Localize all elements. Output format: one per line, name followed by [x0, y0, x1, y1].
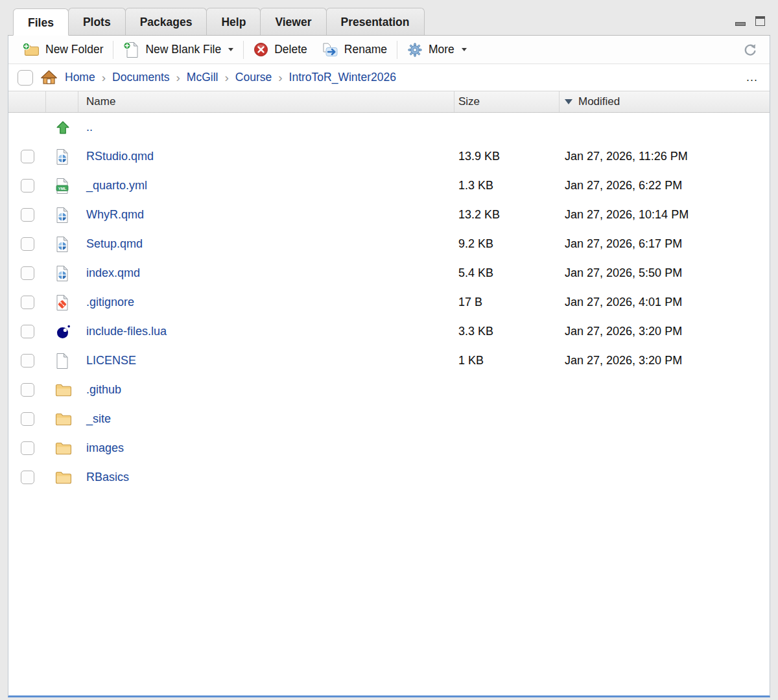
file-modified: Jan 27, 2026, 3:20 PM — [560, 325, 770, 338]
select-all-checkbox[interactable] — [18, 70, 33, 86]
rename-label: Rename — [344, 43, 387, 56]
more-button[interactable]: More — [400, 40, 474, 60]
row-checkbox[interactable] — [21, 441, 34, 455]
refresh-icon — [742, 42, 758, 58]
row-checkbox[interactable] — [21, 150, 34, 163]
new-folder-button[interactable]: New Folder — [15, 40, 110, 60]
file-link[interactable]: RStudio.qmd — [86, 150, 154, 163]
file-modified: Jan 27, 2026, 11:26 PM — [560, 150, 770, 163]
file-size: 13.2 KB — [454, 208, 560, 222]
tab-help[interactable]: Help — [206, 8, 261, 35]
breadcrumb-separator: › — [102, 71, 106, 84]
file-row[interactable]: .github — [8, 375, 770, 404]
file-row[interactable]: index.qmd5.4 KBJan 27, 2026, 5:50 PM — [8, 259, 770, 288]
gear-icon — [407, 42, 423, 58]
breadcrumb-link-introtor_winter2026[interactable]: IntroToR_Winter2026 — [289, 71, 396, 84]
file-link[interactable]: images — [86, 441, 124, 455]
file-modified: Jan 27, 2026, 3:20 PM — [560, 354, 770, 368]
header-name[interactable]: Name — [78, 91, 454, 112]
dropdown-caret-icon — [462, 48, 467, 51]
quarto-file-icon — [55, 148, 69, 165]
file-link[interactable]: WhyR.qmd — [86, 208, 144, 222]
file-row[interactable]: images — [8, 434, 770, 463]
row-checkbox[interactable] — [21, 354, 34, 368]
tab-bar: FilesPlotsPackagesHelpViewerPresentation — [13, 6, 424, 35]
file-row[interactable]: WhyR.qmd13.2 KBJan 27, 2026, 10:14 PM — [8, 200, 770, 229]
header-size-label: Size — [458, 95, 480, 108]
tab-packages[interactable]: Packages — [125, 8, 207, 35]
header-checkbox-column — [8, 91, 46, 112]
row-checkbox[interactable] — [21, 237, 34, 251]
breadcrumb-link-documents[interactable]: Documents — [112, 71, 170, 84]
row-checkbox[interactable] — [21, 325, 34, 338]
file-row[interactable]: .gitignore17 BJan 27, 2026, 4:01 PM — [8, 288, 770, 317]
file-link[interactable]: .github — [86, 383, 121, 397]
rename-button[interactable]: Rename — [314, 40, 394, 60]
parent-directory-link[interactable]: .. — [86, 121, 93, 134]
maximize-pane-icon[interactable] — [753, 14, 766, 26]
delete-label: Delete — [274, 43, 307, 56]
parent-directory-row[interactable]: .. — [8, 113, 770, 142]
header-size[interactable]: Size — [454, 91, 560, 112]
file-link[interactable]: LICENSE — [86, 354, 136, 368]
new-blank-file-label: New Blank File — [145, 43, 221, 56]
delete-button[interactable]: Delete — [246, 40, 314, 60]
path-bar: Home›Documents›McGill›Course›IntroToR_Wi… — [8, 64, 770, 91]
row-checkbox[interactable] — [21, 179, 34, 192]
file-modified: Jan 27, 2026, 6:17 PM — [560, 237, 770, 251]
file-row[interactable]: RStudio.qmd13.9 KBJan 27, 2026, 11:26 PM — [8, 142, 770, 171]
svg-text:YML: YML — [58, 186, 67, 190]
toolbar-separator — [243, 41, 244, 59]
path-more-button[interactable]: ... — [744, 71, 760, 84]
header-icon-column — [46, 91, 78, 112]
file-row[interactable]: LICENSE1 KBJan 27, 2026, 3:20 PM — [8, 346, 770, 375]
more-label: More — [429, 43, 454, 56]
breadcrumb-link-mcgill[interactable]: McGill — [187, 71, 218, 84]
breadcrumb-separator: › — [176, 71, 180, 84]
file-size: 9.2 KB — [454, 237, 560, 251]
new-blank-file-button[interactable]: New Blank File — [116, 39, 241, 61]
file-row[interactable]: include-files.lua3.3 KBJan 27, 2026, 3:2… — [8, 317, 770, 346]
home-icon[interactable] — [40, 69, 58, 86]
header-modified[interactable]: Modified — [560, 91, 770, 112]
row-checkbox[interactable] — [21, 208, 34, 222]
delete-icon — [253, 42, 268, 57]
file-link[interactable]: .gitignore — [86, 296, 134, 309]
file-link[interactable]: index.qmd — [86, 266, 140, 280]
file-link[interactable]: RBasics — [86, 471, 129, 484]
file-link[interactable]: _quarto.yml — [86, 179, 147, 192]
file-link[interactable]: Setup.qmd — [86, 237, 143, 251]
file-row[interactable]: YML_quarto.yml1.3 KBJan 27, 2026, 6:22 P… — [8, 171, 770, 200]
minimize-pane-icon[interactable] — [734, 14, 747, 26]
file-modified: Jan 27, 2026, 4:01 PM — [560, 296, 770, 309]
row-checkbox[interactable] — [21, 266, 34, 280]
tab-files[interactable]: Files — [13, 8, 69, 36]
file-row[interactable]: RBasics — [8, 463, 770, 492]
file-size: 5.4 KB — [454, 266, 560, 280]
row-checkbox[interactable] — [21, 296, 34, 309]
file-modified: Jan 27, 2026, 6:22 PM — [560, 179, 770, 192]
file-size: 3.3 KB — [454, 325, 560, 338]
breadcrumb-link-course[interactable]: Course — [235, 71, 272, 84]
tab-presentation[interactable]: Presentation — [326, 8, 425, 35]
tab-viewer[interactable]: Viewer — [260, 8, 326, 35]
row-checkbox[interactable] — [21, 471, 34, 484]
yml-file-icon: YML — [55, 178, 69, 194]
breadcrumb-link-home[interactable]: Home — [65, 71, 95, 84]
file-row[interactable]: _site — [8, 404, 770, 434]
up-directory-icon — [55, 120, 71, 135]
header-name-label: Name — [86, 95, 115, 108]
row-checkbox[interactable] — [21, 383, 34, 397]
files-pane-content: New Folder New Blank File Delete Rename … — [8, 36, 770, 697]
file-link[interactable]: _site — [86, 412, 111, 426]
tab-plots[interactable]: Plots — [68, 8, 126, 35]
file-link[interactable]: include-files.lua — [86, 325, 167, 338]
file-row[interactable]: Setup.qmd9.2 KBJan 27, 2026, 6:17 PM — [8, 229, 770, 259]
refresh-button[interactable] — [738, 40, 762, 60]
breadcrumb: Home›Documents›McGill›Course›IntroToR_Wi… — [65, 71, 396, 84]
row-checkbox[interactable] — [21, 412, 34, 426]
toolbar-separator — [397, 41, 397, 59]
new-file-icon — [123, 41, 139, 58]
breadcrumb-separator: › — [224, 71, 228, 84]
files-toolbar: New Folder New Blank File Delete Rename … — [8, 36, 770, 64]
